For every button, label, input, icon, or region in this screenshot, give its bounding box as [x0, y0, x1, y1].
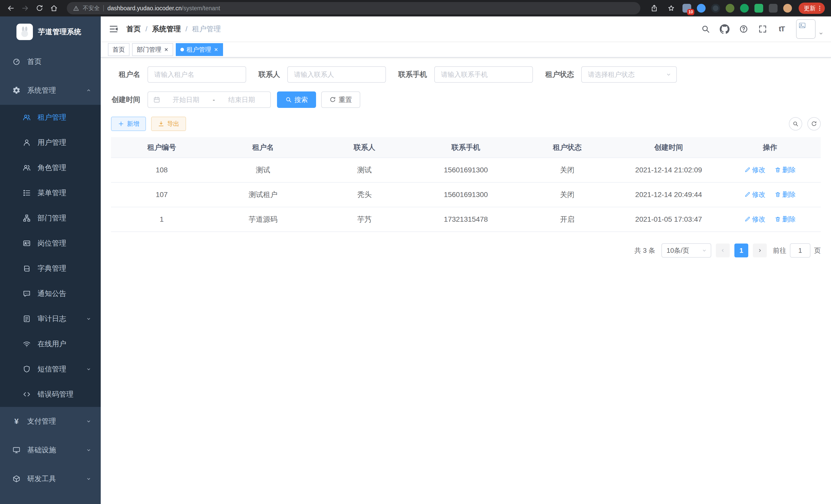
reset-button[interactable]: 重置 — [321, 91, 360, 108]
trash-icon — [775, 216, 781, 222]
table-row: 107 测试租户 秃头 15601691300 关闭 2021-12-14 20… — [111, 182, 821, 207]
extension-icon-6[interactable] — [754, 4, 763, 12]
chat-bubble-icon — [23, 290, 31, 298]
contact-label: 联系人 — [258, 69, 280, 79]
sidebar-item-menu-management[interactable]: 菜单管理 — [0, 180, 101, 206]
phone-input[interactable] — [434, 66, 533, 83]
create-time-label: 创建时间 — [111, 95, 140, 105]
goto-page-input[interactable] — [790, 243, 810, 258]
delete-button[interactable]: 删除 — [775, 215, 796, 224]
sidebar-item-dept-management[interactable]: 部门管理 — [0, 206, 101, 231]
cell-status: 开启 — [516, 207, 618, 232]
app-logo[interactable]: 芋道管理系统 — [0, 17, 101, 47]
page-jumper: 前往 页 — [773, 243, 821, 258]
breadcrumb-section[interactable]: 系统管理 — [152, 24, 181, 34]
search-icon — [701, 24, 710, 34]
menu-label: 用户管理 — [37, 138, 66, 147]
sidebar-item-dict-management[interactable]: 字典管理 — [0, 256, 101, 281]
browser-reload-button[interactable] — [33, 2, 46, 15]
page-size-select[interactable]: 10条/页 — [661, 243, 711, 258]
sidebar-item-error-code[interactable]: 错误码管理 — [0, 382, 101, 407]
edit-button[interactable]: 修改 — [744, 190, 766, 199]
user-menu[interactable] — [796, 19, 824, 39]
close-icon[interactable] — [164, 47, 169, 52]
extension-icon-3[interactable] — [711, 4, 720, 12]
sidebar-item-pay-management[interactable]: ¥ 支付管理 — [0, 407, 101, 436]
fullscreen-icon — [758, 24, 767, 34]
sidebar-collapse-button[interactable] — [101, 24, 126, 34]
sidebar-item-home[interactable]: 首页 — [0, 47, 101, 76]
sidebar-item-sms-management[interactable]: 短信管理 — [0, 357, 101, 382]
sidebar-item-system-management[interactable]: 系统管理 — [0, 76, 101, 105]
browser-profile-avatar[interactable] — [783, 4, 792, 12]
broken-image-icon — [798, 21, 806, 30]
chevron-down-icon — [86, 447, 91, 453]
page-number-button[interactable]: 1 — [735, 243, 748, 258]
update-label: 更新 — [804, 4, 815, 12]
close-icon[interactable] — [214, 47, 219, 52]
sidebar-item-infrastructure[interactable]: 基础设施 — [0, 436, 101, 465]
tenant-name-input[interactable] — [147, 66, 246, 83]
help-button[interactable] — [736, 20, 751, 38]
edit-button[interactable]: 修改 — [744, 215, 766, 224]
extension-icon-1[interactable]: 10 — [683, 4, 691, 12]
chevron-down-icon — [665, 71, 672, 78]
address-bar[interactable]: 不安全 dashboard.yudao.iocoder.cn/system/te… — [67, 2, 640, 14]
sidebar-item-tenant-management[interactable]: 租户管理 — [0, 105, 101, 130]
sidebar-item-role-management[interactable]: 角色管理 — [0, 155, 101, 180]
font-size-button[interactable]: tT — [774, 20, 790, 38]
cell-actions: 修改 删除 — [719, 158, 821, 182]
browser-back-button[interactable] — [4, 2, 18, 15]
toggle-search-button[interactable] — [789, 117, 802, 130]
next-page-button[interactable] — [753, 243, 767, 258]
fullscreen-button[interactable] — [755, 20, 770, 38]
menu-label: 角色管理 — [37, 163, 66, 173]
refresh-table-button[interactable] — [807, 117, 821, 130]
bookmark-star-icon[interactable] — [665, 3, 677, 14]
breadcrumb: 首页 / 系统管理 / 租户管理 — [126, 24, 221, 34]
breadcrumb-current: 租户管理 — [192, 24, 221, 34]
search-button[interactable]: 搜索 — [277, 91, 316, 108]
select-placeholder: 请选择租户状态 — [588, 70, 635, 79]
prev-page-button[interactable] — [716, 243, 730, 258]
cell-tenant-name: 测试 — [212, 158, 314, 182]
tab-tenant-management[interactable]: 租户管理 — [176, 43, 223, 56]
browser-menu-kebab-icon[interactable] — [816, 5, 823, 12]
hamburger-icon — [109, 24, 119, 34]
contact-input[interactable] — [287, 66, 386, 83]
sidebar-item-online-users[interactable]: 在线用户 — [0, 331, 101, 357]
sidebar-item-dev-tools[interactable]: 研发工具 — [0, 465, 101, 493]
header-search-button[interactable] — [698, 20, 713, 38]
create-time-range-picker[interactable]: 开始日期 - 结束日期 — [147, 91, 271, 108]
browser-toolbar: 不安全 dashboard.yudao.iocoder.cn/system/te… — [0, 0, 831, 17]
menu-label: 字典管理 — [37, 264, 66, 273]
menu-label: 部门管理 — [37, 213, 66, 223]
filter-tenant-name: 租户名 — [111, 66, 246, 83]
delete-button[interactable]: 删除 — [775, 190, 796, 199]
tab-dept-management[interactable]: 部门管理 — [132, 43, 173, 56]
edit-button[interactable]: 修改 — [744, 166, 766, 174]
sidebar-item-notice[interactable]: 通知公告 — [0, 281, 101, 306]
tab-home[interactable]: 首页 — [108, 43, 130, 56]
breadcrumb-home[interactable]: 首页 — [126, 24, 141, 34]
sidebar-item-audit-log[interactable]: 审计日志 — [0, 306, 101, 331]
browser-home-button[interactable] — [47, 2, 61, 15]
export-button[interactable]: 导出 — [151, 117, 186, 131]
breadcrumb-separator: / — [145, 25, 147, 33]
cell-phone: 15601691300 — [415, 158, 517, 182]
tenant-name-label: 租户名 — [111, 69, 140, 79]
extensions-puzzle-icon[interactable] — [769, 4, 778, 12]
chrome-update-button[interactable]: 更新 — [799, 3, 825, 14]
menu-label: 菜单管理 — [37, 188, 66, 198]
edit-icon — [744, 167, 751, 173]
sidebar-item-post-management[interactable]: 岗位管理 — [0, 231, 101, 256]
add-button[interactable]: 新增 — [111, 117, 146, 131]
delete-button[interactable]: 删除 — [775, 166, 796, 174]
github-link[interactable] — [717, 20, 732, 38]
share-icon[interactable] — [649, 3, 660, 14]
sidebar-item-user-management[interactable]: 用户管理 — [0, 130, 101, 155]
extension-icon-4[interactable] — [726, 4, 735, 12]
browser-forward-button[interactable] — [19, 2, 32, 15]
extension-icon-2[interactable] — [697, 4, 706, 12]
tenant-status-select[interactable]: 请选择租户状态 — [581, 66, 677, 83]
